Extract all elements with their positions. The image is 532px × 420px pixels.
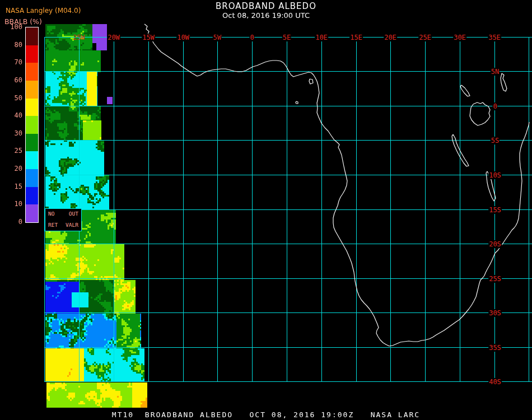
colorbar-unit-label: BBALB (%)	[4, 17, 42, 26]
lake-island-outline	[501, 73, 507, 91]
no-retrieval-legend-box: NO OUT RET VALR	[45, 208, 82, 231]
albedo-colorbar	[25, 27, 39, 223]
colorbar-tick-20: 20	[1, 165, 22, 172]
lat-label-5N: 5N	[491, 68, 500, 76]
legend-text-valr: VALR	[66, 222, 78, 228]
lat-label-5S: 5S	[491, 137, 500, 144]
colorbar-tick-70: 70	[1, 58, 22, 66]
colorbar-segment-10-0	[26, 204, 38, 222]
colorbar-tick-0: 0	[1, 218, 22, 226]
legend-text-no: NO	[48, 211, 54, 217]
lon-label-5E: 5E	[282, 34, 291, 41]
lake-island-outline	[460, 85, 470, 96]
lat-label-35S: 35S	[488, 344, 502, 352]
legend-text-ret: RET	[48, 222, 58, 228]
colorbar-tick-15: 15	[1, 183, 22, 190]
legend-row: NO OUT	[45, 209, 81, 217]
lon-label-35E: 35E	[488, 34, 501, 41]
colorbar-tick-25: 25	[1, 147, 22, 155]
lake-island-outline	[309, 79, 313, 84]
lon-label-5W: 5W	[213, 34, 222, 41]
colorbar-tick-10: 10	[1, 200, 22, 208]
colorbar-tick-30: 30	[1, 129, 22, 137]
legend-row: RET VALR	[45, 217, 81, 228]
lon-label-10E: 10E	[315, 34, 328, 41]
colorbar-segment-25-20	[26, 151, 38, 169]
colorbar-segment-40-30	[26, 116, 38, 134]
lat-label-30S: 30S	[488, 309, 502, 317]
colorbar-segment-15-10	[26, 187, 38, 205]
colorbar-segment-60-50	[26, 81, 38, 99]
lon-label-30E: 30E	[453, 34, 466, 41]
lake-island-outline	[296, 101, 298, 104]
lon-label-10W: 10W	[176, 34, 190, 41]
colorbar-tick-50: 50	[1, 94, 22, 102]
lon-label-25E: 25E	[418, 34, 432, 41]
colorbar-segment-80-70	[26, 45, 38, 63]
africa-coastline	[144, 24, 529, 346]
lon-label-15W: 15W	[142, 34, 155, 41]
colorbar-tick-60: 60	[1, 76, 22, 84]
colorbar-segment-50-40	[26, 99, 38, 116]
lat-label-10S: 10S	[488, 171, 502, 179]
lon-label-25W: 25W	[72, 34, 86, 41]
colorbar-tick-40: 40	[1, 111, 22, 119]
lon-label-20W: 20W	[107, 34, 120, 41]
lat-label-0: 0	[492, 102, 497, 110]
legend-text-out: OUT	[69, 211, 78, 217]
colorbar-segment-70-60	[26, 63, 38, 81]
lat-label-20S: 20S	[488, 240, 502, 248]
status-bar: MT10 BROADBAND ALBEDO OCT 08, 2016 19:00…	[0, 410, 532, 419]
lat-label-15S: 15S	[488, 206, 502, 214]
colorbar-segment-20-15	[26, 169, 38, 187]
data-source-label: NASA Langley (M04.0)	[6, 7, 81, 15]
lat-label-25S: 25S	[488, 275, 502, 283]
lon-label-20E: 20E	[384, 34, 397, 41]
colorbar-segment-30-25	[26, 134, 38, 152]
lon-label-0: 0	[249, 34, 254, 41]
lon-label-15E: 15E	[349, 34, 363, 41]
colorbar-tick-80: 80	[1, 41, 22, 49]
lat-label-40S: 40S	[488, 378, 502, 386]
colorbar-segment-100-80	[26, 27, 38, 45]
